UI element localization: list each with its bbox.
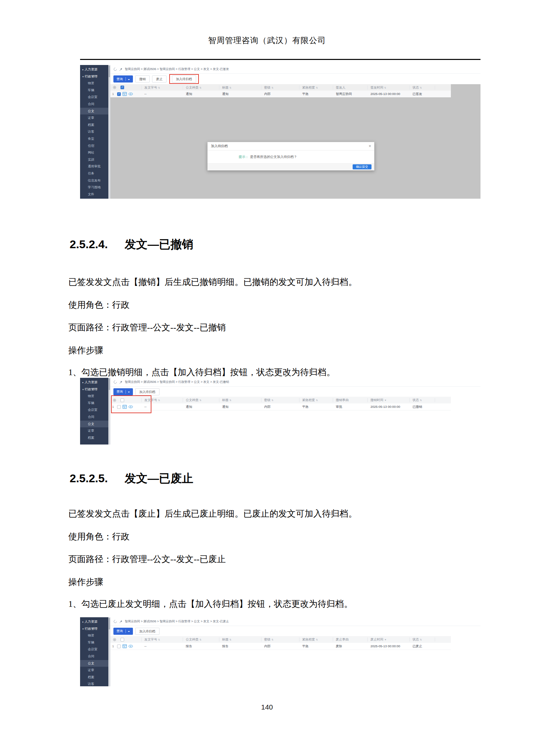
- sort-icon[interactable]: ⇅: [200, 638, 202, 641]
- sidebar-item[interactable]: 档案: [80, 434, 108, 441]
- column-header[interactable]: 废止时间▼: [367, 637, 410, 642]
- sidebar-item[interactable]: ▸人力资源: [80, 379, 108, 386]
- sidebar-item[interactable]: 证章: [80, 427, 108, 434]
- table-row[interactable]: 1 --通知通知内部平急审批2025-05-13 00:00:00已撤销: [110, 403, 451, 410]
- chevron-down-icon[interactable]: [128, 79, 130, 81]
- query-button[interactable]: 查询: [113, 628, 133, 635]
- pin-icon[interactable]: [119, 620, 122, 623]
- sort-icon[interactable]: ⇅: [200, 399, 202, 401]
- row-checkbox[interactable]: [117, 645, 121, 648]
- sidebar-item[interactable]: 实训: [80, 156, 108, 163]
- column-header[interactable]: 状态⇅: [410, 398, 435, 402]
- pin-icon[interactable]: [119, 68, 122, 71]
- select-all-checkbox[interactable]: [120, 638, 124, 642]
- scrollbar-thumb[interactable]: [109, 66, 110, 77]
- sidebar-item[interactable]: 车辆: [80, 400, 108, 407]
- sidebar-item[interactable]: 访客: [80, 681, 108, 686]
- sort-icon[interactable]: ⇅: [158, 87, 160, 89]
- column-header[interactable]: 签发人: [333, 86, 367, 90]
- sidebar-item[interactable]: 合同: [80, 101, 108, 108]
- sort-icon[interactable]: ⇅: [229, 87, 232, 89]
- column-header[interactable]: 公文种类⇅: [183, 637, 219, 642]
- column-header[interactable]: 公文种类⇅: [183, 398, 219, 402]
- sidebar-item[interactable]: 通用审批: [80, 163, 108, 170]
- sidebar-item[interactable]: 证章: [80, 114, 108, 122]
- sidebar-item[interactable]: ▸人力资源: [80, 66, 108, 73]
- breadcrumb[interactable]: 智周云协同 > 测试0506 > 智周云协同 > 行政管理 > 公文 > 发文 …: [125, 380, 229, 384]
- query-button[interactable]: 查询: [113, 75, 133, 83]
- sidebar-item[interactable]: 学习园地: [80, 184, 108, 191]
- sidebar-item[interactable]: 公文: [80, 660, 108, 667]
- sidebar-item[interactable]: 档案: [80, 122, 108, 129]
- sidebar-item[interactable]: 合同: [80, 414, 108, 421]
- add-to-archive-button[interactable]: 加入待归档: [135, 388, 159, 395]
- column-header[interactable]: 状态⇅: [410, 637, 435, 642]
- column-header[interactable]: 状态⇅: [410, 86, 435, 90]
- table-row[interactable]: 1 --通知通知内部平急智周云协同2025-05-13 00:00:00已签发: [110, 91, 451, 97]
- sort-icon[interactable]: ⇅: [420, 87, 422, 89]
- column-header[interactable]: 发文字号⇅: [141, 86, 183, 90]
- sort-icon[interactable]: ▼: [384, 399, 387, 401]
- sort-icon[interactable]: ⇅: [316, 638, 318, 641]
- confirm-submit-button[interactable]: 确认提交: [353, 164, 371, 169]
- breadcrumb[interactable]: 智周云协同 > 测试0506 > 智周云协同 > 行政管理 > 公文 > 发文 …: [125, 619, 229, 624]
- sort-icon[interactable]: ⇅: [229, 399, 232, 401]
- sort-icon[interactable]: ⇅: [158, 399, 160, 401]
- sidebar-item[interactable]: 访客: [80, 128, 108, 135]
- sort-icon[interactable]: ▼: [384, 638, 387, 641]
- gear-icon[interactable]: [110, 86, 118, 89]
- sort-icon[interactable]: ⇅: [384, 87, 386, 89]
- column-header[interactable]: 标题⇅: [219, 637, 261, 642]
- add-to-archive-button[interactable]: 加入待归档: [135, 628, 159, 635]
- document-icon[interactable]: [122, 644, 127, 648]
- column-header[interactable]: 紧急程度⇅: [299, 637, 333, 642]
- column-header[interactable]: 密级⇅: [261, 86, 299, 90]
- breadcrumb[interactable]: 智周云协同 > 测试0506 > 智周云协同 > 行政管理 > 公文 > 发文 …: [125, 67, 229, 71]
- sidebar-item[interactable]: 任务: [80, 170, 108, 177]
- sidebar-item[interactable]: 合同: [80, 653, 108, 660]
- column-header[interactable]: 标题⇅: [219, 86, 261, 90]
- sort-icon[interactable]: ⇅: [272, 638, 274, 641]
- sidebar-item[interactable]: 会议室: [80, 646, 108, 653]
- sidebar-item[interactable]: 公文: [80, 108, 108, 115]
- revoke-button[interactable]: 撤销: [135, 75, 150, 83]
- refresh-icon[interactable]: [113, 380, 117, 384]
- column-header[interactable]: 紧急程度⇅: [299, 86, 333, 90]
- view-eye-icon[interactable]: [129, 92, 133, 96]
- column-header[interactable]: 密级⇅: [261, 398, 299, 402]
- column-header[interactable]: [435, 86, 448, 90]
- column-header[interactable]: 紧急程度⇅: [299, 398, 333, 402]
- column-header[interactable]: 签发时间⇅: [367, 86, 410, 90]
- document-icon[interactable]: [122, 92, 127, 96]
- abolish-button[interactable]: 废止: [152, 75, 167, 83]
- sort-icon[interactable]: ⇅: [229, 638, 232, 641]
- sidebar-item[interactable]: 车辆: [80, 639, 108, 646]
- close-icon[interactable]: ×: [368, 142, 371, 150]
- sidebar-item[interactable]: 食堂: [80, 135, 108, 142]
- sidebar-item[interactable]: ▾行政管理: [80, 386, 108, 393]
- sidebar-item[interactable]: 物资: [80, 80, 108, 87]
- pin-icon[interactable]: [119, 381, 122, 384]
- sort-icon[interactable]: ⇅: [272, 87, 274, 89]
- sidebar-scrollbar[interactable]: [108, 65, 110, 199]
- sort-icon[interactable]: ⇅: [316, 87, 318, 89]
- view-eye-icon[interactable]: [129, 645, 133, 648]
- select-all-checkbox[interactable]: [120, 86, 124, 89]
- scrollbar-thumb[interactable]: [109, 618, 110, 629]
- refresh-icon[interactable]: [113, 619, 117, 624]
- sort-icon[interactable]: ⇅: [316, 399, 318, 401]
- add-to-archive-button[interactable]: 加入待归档: [172, 75, 196, 83]
- row-checkbox[interactable]: [117, 92, 121, 96]
- column-header[interactable]: 发文字号⇅: [141, 637, 183, 642]
- refresh-icon[interactable]: [113, 67, 117, 71]
- sidebar-item[interactable]: 公文: [80, 421, 108, 428]
- sidebar-scrollbar[interactable]: [108, 378, 110, 445]
- column-header[interactable]: 密级⇅: [261, 637, 299, 642]
- column-header[interactable]: [435, 398, 448, 402]
- column-header[interactable]: [435, 637, 448, 642]
- scrollbar-thumb[interactable]: [109, 379, 110, 390]
- query-button[interactable]: 查询: [113, 388, 133, 395]
- column-header[interactable]: 撤销事由: [333, 398, 367, 402]
- gear-icon[interactable]: [110, 638, 118, 642]
- sort-icon[interactable]: ⇅: [420, 399, 422, 401]
